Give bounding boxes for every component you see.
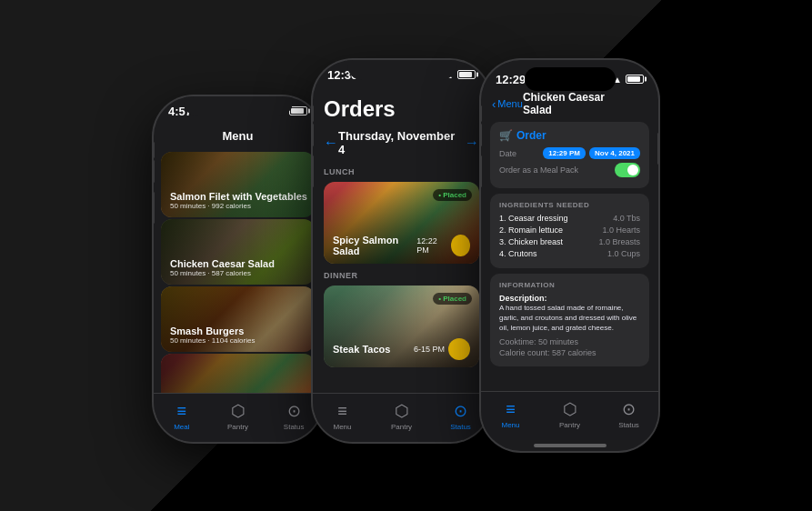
tab-status-icon-1: ⊙ [287,401,301,421]
phone-orders: 12:30 ▲ Orders ← Thursday, November 4 → … [313,60,490,442]
order-card-bottom-lunch: Spicy Salmon Salad 12:22 PM [333,235,470,256]
tab-meal-icon: ≡ [177,402,187,421]
tab-meal-label: Meal [174,423,189,431]
tab-pantry-3[interactable]: ⬡ Pantry [540,399,599,429]
ingredient-name-1: 2. Romain lettuce [499,225,563,235]
order-card-bottom-dinner: Steak Tacos 6-15 PM [333,338,470,360]
tab-status-3[interactable]: ⊙ Status [599,399,658,429]
status-time-3: 12:29 [496,73,526,86]
ingredient-name-0: 1. Ceasar dressing [499,214,568,223]
detail-nav: ‹ Menu Chicken Caesar Salad [481,89,658,122]
phone-menu: 4:57 ▲ Menu Salmon Filet with Vegetables… [154,96,322,442]
order-meal-pack-label: Order as a Meal Pack [499,165,578,175]
date-next-arrow[interactable]: → [465,135,479,151]
tab-menu-icon-3: ≡ [506,400,516,419]
tab-status-label-1: Status [284,423,305,431]
tab-pantry-1[interactable]: ⬡ Pantry [210,401,266,431]
detail-content: 🛒 Order Date 12:29 PM Nov 4, 2021 Order … [481,122,658,391]
order-placed-badge-lunch: Placed [433,189,472,201]
menu-item-text-1: Chicken Caesar Salad 50 minutes · 587 ca… [170,258,275,277]
tab-menu-icon-2: ≡ [337,402,347,421]
tab-menu-label-3: Menu [501,421,519,429]
info-calories: Calorie count: 587 calories [499,348,640,357]
tab-status-icon-2: ⊙ [454,401,467,421]
menu-item-3[interactable]: Spicy Salmon Salad 30 minutes · 1114 cal… [161,354,315,393]
tab-status-icon-3: ⊙ [622,399,636,419]
dynamic-island [525,67,616,91]
menu-item-2[interactable]: Smash Burgers 50 minutes · 1104 calories [161,286,315,352]
order-card-dinner[interactable]: Placed Steak Tacos 6-15 PM [324,286,479,367]
menu-item-text-2: Smash Burgers 50 minutes · 1104 calories [170,326,255,345]
menu-item-text-0: Salmon Filet with Vegetables 50 minutes … [170,191,307,210]
menu-items-list: Salmon Filet with Vegetables 50 minutes … [154,150,322,393]
order-info-section: 🛒 Order Date 12:29 PM Nov 4, 2021 Order … [490,122,649,188]
tab-pantry-label-1: Pantry [227,423,248,431]
cart-icon: 🛒 [499,129,513,142]
order-card-name-dinner: Steak Tacos [333,344,390,355]
order-date-pill[interactable]: Nov 4, 2021 [589,147,640,159]
tab-pantry-label-3: Pantry [559,421,580,429]
section-lunch: LUNCH [313,164,490,178]
info-description-title: Description: [499,294,640,303]
tab-status-label-3: Status [618,421,639,429]
ingredient-amount-2: 1.0 Breasts [598,237,640,246]
detail-page-title: Chicken Caesar Salad [523,91,620,116]
menu-item-overlay-3 [161,354,315,393]
tab-pantry-label-2: Pantry [391,423,412,431]
info-section: INFORMATION Description: A hand tossed s… [490,274,649,366]
ingredient-amount-1: 1.0 Hearts [602,225,640,235]
info-label: INFORMATION [499,281,640,289]
order-card-time-lunch: 12:22 PM [416,236,447,255]
menu-item-0[interactable]: Salmon Filet with Vegetables 50 minutes … [161,152,315,217]
tab-bar-3: ≡ Menu ⬡ Pantry ⊙ Status [481,391,658,440]
order-time-pill[interactable]: 12:29 PM [543,147,586,159]
back-label: Menu [497,98,523,109]
tab-meal[interactable]: ≡ Meal [154,402,210,431]
date-nav: ← Thursday, November 4 → [313,125,490,164]
order-date-value: 12:29 PM Nov 4, 2021 [543,147,640,159]
ingredient-name-3: 4. Crutons [499,249,537,258]
menu-item-1[interactable]: Chicken Caesar Salad 50 minutes · 587 ca… [161,219,315,285]
tab-menu-3[interactable]: ≡ Menu [481,400,540,429]
menu-header: Menu [154,125,322,150]
date-text: Thursday, November 4 [338,129,465,156]
tab-pantry-2[interactable]: ⬡ Pantry [372,401,431,431]
section-dinner: DINNER [313,267,490,282]
ingredient-row-2: 3. Chicken breast 1.0 Breasts [499,237,640,246]
tab-bar-2: ≡ Menu ⬡ Pantry ⊙ Status [313,393,490,442]
order-card-name-lunch: Spicy Salmon Salad [333,235,416,256]
tab-menu-2[interactable]: ≡ Menu [313,402,372,431]
ingredient-amount-0: 4.0 Tbs [613,214,640,223]
order-date-label: Date [499,149,516,158]
tab-menu-label-2: Menu [333,423,351,431]
order-card-time-dinner: 6-15 PM [414,345,445,354]
order-placed-badge-dinner: Placed [433,293,472,305]
order-section-title: Order [516,129,546,142]
tab-bar-1: ≡ Meal ⬡ Pantry ⊙ Status [154,393,322,442]
info-description-text: A hand tossed salad made of romaine, gar… [499,303,640,334]
ingredient-row-0: 1. Ceasar dressing 4.0 Tbs [499,214,640,223]
tab-pantry-icon-3: ⬡ [563,399,577,419]
orders-title: Orders [313,89,490,125]
ingredient-row-3: 4. Crutons 1.0 Cups [499,249,640,258]
ingredient-amount-3: 1.0 Cups [607,249,640,258]
notch-2 [347,60,456,80]
order-card-lunch[interactable]: Placed Spicy Salmon Salad 12:22 PM [324,182,479,264]
detail-back-button[interactable]: ‹ Menu [492,97,523,111]
date-prev-arrow[interactable]: ← [324,135,338,151]
info-cooktime: Cooktime: 50 minutes [499,337,640,346]
phone-detail: 12:29 ▌▌▌ ▲ ‹ Menu Chicken Caesar Salad [481,60,658,451]
meal-pack-toggle[interactable] [615,163,640,177]
back-chevron-icon: ‹ [492,97,496,111]
order-section-header: 🛒 Order [499,129,640,142]
order-time-circle-dinner [448,338,470,360]
tab-pantry-icon-1: ⬡ [231,401,246,421]
order-date-row: Date 12:29 PM Nov 4, 2021 [499,147,640,159]
ingredient-row-1: 2. Romain lettuce 1.0 Hearts [499,225,640,235]
order-meal-pack-row: Order as a Meal Pack [499,163,640,177]
ingredient-name-2: 3. Chicken breast [499,237,563,246]
ingredients-label: INGREDIENTS NEEDED [499,201,640,209]
notch [184,96,293,116]
tab-pantry-icon-2: ⬡ [395,401,409,421]
order-time-circle-lunch [451,235,470,256]
